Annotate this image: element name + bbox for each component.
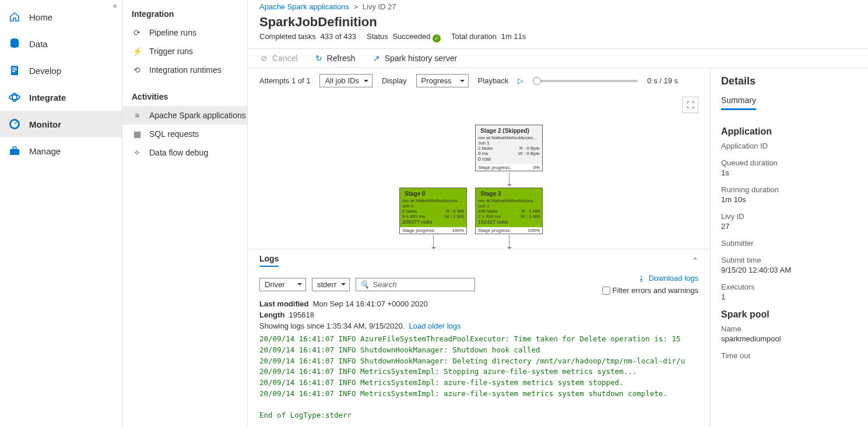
cancel-button: ⊘Cancel	[259, 54, 298, 63]
svg-rect-10	[13, 147, 16, 149]
nav-sql-requests[interactable]: ▦SQL requests	[122, 125, 247, 143]
stage-read: R : 1 MB	[522, 209, 540, 214]
jobids-select[interactable]: All job IDs	[319, 74, 372, 87]
toolbar: ⊘Cancel ↻Refresh ↗Spark history server	[248, 49, 868, 68]
logs-tab[interactable]: Logs	[259, 254, 279, 267]
rail-label: Develop	[29, 66, 61, 76]
stage-rows: 209377 rows	[402, 219, 464, 225]
stage-3-box[interactable]: Stage 3 csv at NativeMethodAccessor.. Jo…	[475, 188, 543, 234]
monitor-sidebar: Integration ⟳Pipeline runs ⚡Trigger runs…	[122, 0, 248, 427]
stage-0-box[interactable]: Stage 0 csv at NativeMethodAccessor.. Jo…	[399, 188, 467, 234]
rail-label: Integrate	[29, 93, 66, 103]
sql-icon: ▦	[132, 129, 142, 139]
field-value: 1m 10s	[721, 195, 858, 204]
rail-label: Data	[29, 39, 48, 49]
stage-job: Job 0	[402, 203, 464, 209]
logs-source-select[interactable]: Driver	[259, 278, 306, 291]
nav-integration-runtimes[interactable]: ⟲Integration runtimes	[122, 61, 247, 79]
display-label: Display	[382, 76, 407, 85]
download-icon: ⭳	[638, 274, 645, 283]
attempts-label: Attempts 1 of 1	[259, 76, 310, 85]
logs-panel: Logs ⌃ Driver stderr 🔍Search ⭳Download l…	[248, 249, 710, 427]
duration-label: Total duration	[451, 32, 497, 41]
stage-write: W : 1 MB	[445, 214, 464, 219]
spark-icon: ≡	[132, 110, 142, 121]
progress-value: 100%	[452, 228, 464, 233]
playback-time: 0 s / 19 s	[647, 76, 678, 85]
playback-slider[interactable]	[533, 80, 638, 82]
details-panel: Details Summary Application Application …	[711, 68, 868, 427]
chevron-up-icon[interactable]: ⌃	[692, 256, 698, 265]
graph-controls: Attempts 1 of 1 All job IDs Display Prog…	[248, 68, 710, 119]
runtime-icon: ⟲	[132, 65, 142, 75]
rail-monitor[interactable]: Monitor	[0, 111, 122, 137]
svg-rect-3	[12, 69, 17, 70]
integrate-icon	[8, 91, 21, 104]
display-select[interactable]: Progress	[416, 74, 469, 87]
edge-line	[509, 172, 509, 186]
logs-search-input[interactable]: 🔍Search	[356, 278, 475, 291]
log-output[interactable]: 20/09/14 16:41:07 INFO AzureFileSystemTh…	[248, 333, 710, 427]
stage-job: Job 1	[478, 203, 540, 209]
stage-tasks: 2 tasks	[478, 146, 493, 151]
rail-label: Manage	[29, 146, 61, 156]
play-icon[interactable]: ▷	[518, 76, 523, 85]
section-integration: Integration	[122, 6, 247, 23]
rail-integrate[interactable]: Integrate	[0, 84, 122, 111]
page-header: SparkJobDefinition Completed tasks 433 o…	[248, 12, 868, 49]
field-value: 1s	[721, 168, 858, 177]
tool-label: Cancel	[272, 54, 298, 63]
stage-rows: 152427 rows	[478, 219, 540, 225]
pipeline-icon: ⟳	[132, 27, 142, 38]
stage-ms: 2 s 919 ms	[478, 214, 501, 219]
field-label: Name	[721, 324, 858, 333]
nav-pipeline-runs[interactable]: ⟳Pipeline runs	[122, 23, 247, 42]
nav-label: Apache Spark applications	[149, 111, 246, 120]
length-value: 195618	[289, 310, 314, 319]
tool-label: Refresh	[327, 54, 356, 63]
progress-label: Stage progress:	[478, 165, 511, 170]
rail-home[interactable]: Home	[0, 3, 122, 30]
field-value: 1	[721, 292, 858, 301]
nav-spark-apps[interactable]: ≡Apache Spark applications	[122, 106, 247, 125]
tab-summary[interactable]: Summary	[721, 96, 756, 110]
refresh-button[interactable]: ↻Refresh	[314, 54, 356, 63]
breadcrumb: Apache Spark applications > Livy ID 27	[248, 0, 868, 12]
field-label: Time out	[721, 351, 858, 360]
field-value: sparkmediumpool	[721, 334, 858, 343]
nav-label: SQL requests	[149, 129, 199, 139]
stage-read: R : 6 MB	[446, 209, 464, 214]
search-placeholder: Search	[372, 280, 396, 289]
nav-trigger-runs[interactable]: ⚡Trigger runs	[122, 42, 247, 61]
field-value: 27	[721, 222, 858, 231]
stage-write: W : 1 MB	[521, 214, 540, 219]
document-icon	[8, 64, 21, 77]
rail-manage[interactable]: Manage	[0, 137, 122, 164]
logs-stream-select[interactable]: stderr	[312, 278, 350, 291]
stage-2-box[interactable]: Stage 2 (Skipped) csv at NativeMethodAcc…	[475, 125, 543, 171]
download-logs-button[interactable]: ⭳Download logs	[638, 274, 698, 283]
filter-errors-checkbox[interactable]: Filter errors and warnings	[602, 286, 698, 295]
nav-label: Pipeline runs	[149, 28, 196, 37]
checkbox-input[interactable]	[602, 287, 610, 295]
history-server-button[interactable]: ↗Spark history server	[372, 54, 457, 63]
nav-dataflow-debug[interactable]: ✧Data flow debug	[122, 143, 247, 162]
edge-line	[433, 235, 434, 249]
stage-graph[interactable]: Stage 2 (Skipped) csv at NativeMethodAcc…	[248, 119, 710, 249]
progress-value: 0%	[533, 165, 540, 170]
external-link-icon: ↗	[372, 54, 381, 63]
crumb-parent[interactable]: Apache Spark applications	[259, 2, 349, 11]
success-icon: ✓	[433, 34, 441, 43]
rail-data[interactable]: Data	[0, 30, 122, 57]
load-older-link[interactable]: Load older logs	[409, 322, 461, 330]
rail-develop[interactable]: Develop	[0, 57, 122, 84]
edge-line	[509, 235, 509, 249]
field-label: Submitter	[721, 239, 858, 248]
stage-tasks: 200 tasks	[478, 209, 498, 214]
search-icon: 🔍	[360, 280, 369, 289]
rail-label: Home	[29, 12, 52, 22]
fit-icon[interactable]: ⛶	[682, 97, 698, 113]
stage-ms: 0 ms	[478, 151, 488, 156]
rail-collapse-icon[interactable]: «	[113, 1, 117, 10]
nav-rail: « Home Data Develop Integrate Monitor Ma…	[0, 0, 122, 427]
